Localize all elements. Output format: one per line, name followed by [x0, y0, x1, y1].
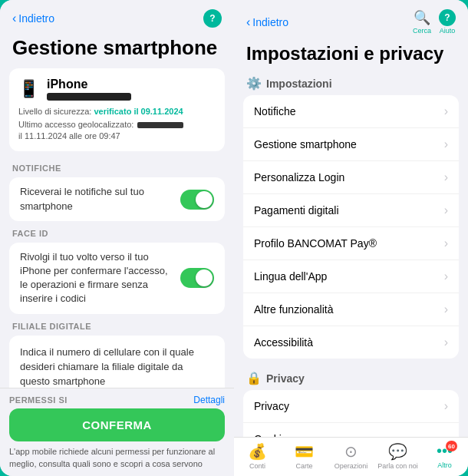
- device-row: 📱 iPhone: [18, 78, 216, 101]
- left-title: Gestione smartphone: [0, 34, 234, 68]
- carte-icon: 💳: [295, 442, 314, 461]
- impostazioni-menu-list: Notifiche › Gestione smartphone › Person…: [243, 95, 459, 359]
- chevron-right-icon: ›: [444, 302, 448, 316]
- tab-parla[interactable]: 💬 Parla con noi: [374, 442, 421, 470]
- menu-item-notifiche[interactable]: Notifiche ›: [243, 95, 459, 128]
- left-header: ‹ Indietro ?: [0, 0, 234, 34]
- device-card: 📱 iPhone Livello di sicurezza: verificat…: [9, 68, 225, 152]
- left-help-icon: ?: [209, 13, 215, 24]
- tab-altro-label: Altro: [437, 461, 452, 469]
- search-label: Cerca: [413, 27, 431, 35]
- right-title: Impostazioni e privacy: [234, 41, 468, 71]
- menu-item-login[interactable]: Personalizza Login ›: [243, 161, 459, 194]
- menu-item-bancomat-label: Profilo BANCOMAT Pay®: [254, 237, 377, 250]
- confirm-button[interactable]: CONFERMA: [9, 408, 225, 441]
- right-header: ‹ Indietro 🔍 Cerca ? Aiuto: [234, 0, 468, 41]
- menu-item-notifiche-label: Notifiche: [254, 105, 295, 117]
- tab-operazioni-label: Operazioni: [335, 462, 368, 470]
- menu-item-cookie[interactable]: Cookie ›: [243, 423, 459, 437]
- notifiche-toggle-row: Riceverai le notifiche sul tuo smartphon…: [9, 177, 225, 220]
- left-help-button[interactable]: ?: [203, 9, 222, 28]
- bottom-bar: PERMESSI SI Dettagli CONFERMA L'app mobi…: [0, 388, 234, 476]
- filiale-desc-row: Indica il numero di cellulare con il qua…: [9, 336, 225, 388]
- dettagli-link[interactable]: Dettagli: [193, 395, 225, 405]
- menu-item-bancomat[interactable]: Profilo BANCOMAT Pay® ›: [243, 227, 459, 260]
- chevron-right-icon: ›: [444, 137, 448, 151]
- notifiche-toggle[interactable]: [180, 190, 214, 210]
- impostazioni-label: Impostazioni: [266, 78, 332, 90]
- menu-item-privacy-label: Privacy: [254, 400, 289, 412]
- right-back-button[interactable]: ‹ Indietro: [246, 15, 288, 29]
- tab-altro[interactable]: ••• 60 Altro: [421, 442, 468, 470]
- permessi-header-row: PERMESSI SI Dettagli: [9, 395, 225, 405]
- device-access: Ultimo accesso geolocalizzato: il 11.11.…: [18, 119, 216, 143]
- faceid-toggle[interactable]: [180, 268, 214, 288]
- device-name: iPhone: [47, 78, 131, 91]
- notifiche-section-header: NOTIFICHE: [9, 164, 225, 173]
- help-button[interactable]: ? Aiuto: [439, 9, 456, 35]
- impostazioni-section: ⚙️ Impostazioni Notifiche › Gestione sma…: [243, 76, 459, 359]
- left-back-label: Indietro: [18, 12, 54, 25]
- right-back-label: Indietro: [252, 16, 288, 28]
- chevron-right-icon: ›: [444, 104, 448, 118]
- privacy-menu-list: Privacy › Cookie ›: [243, 390, 459, 437]
- menu-item-funzionalita[interactable]: Altre funzionalità ›: [243, 293, 459, 326]
- chevron-right-icon: ›: [444, 236, 448, 250]
- search-icon: 🔍: [414, 9, 430, 26]
- operazioni-icon: ⊙: [344, 442, 358, 461]
- privacy-icon: 🔒: [246, 371, 262, 385]
- device-id-bar: [47, 93, 131, 101]
- menu-item-gestione-label: Gestione smartphone: [254, 138, 357, 150]
- device-security: Livello di sicurezza: verificato il 09.1…: [18, 107, 216, 116]
- chevron-left-icon: ‹: [12, 12, 16, 25]
- chevron-right-icon: ›: [444, 336, 448, 349]
- chevron-right-icon: ›: [444, 269, 448, 283]
- privacy-section: 🔒 Privacy Privacy › Cookie ›: [243, 371, 459, 437]
- search-button[interactable]: 🔍 Cerca: [413, 9, 431, 35]
- chevron-right-icon: ›: [444, 399, 448, 413]
- menu-item-lingua[interactable]: Lingua dell'App ›: [243, 260, 459, 293]
- menu-item-accessibilita[interactable]: Accessibilità ›: [243, 326, 459, 359]
- permessi-label: PERMESSI SI: [9, 395, 68, 405]
- right-chevron-left-icon: ‹: [246, 15, 250, 29]
- left-content: 📱 iPhone Livello di sicurezza: verificat…: [0, 68, 234, 388]
- chevron-right-icon: ›: [444, 203, 448, 217]
- menu-item-privacy[interactable]: Privacy ›: [243, 390, 459, 423]
- tab-parla-label: Parla con noi: [377, 462, 418, 470]
- privacy-section-header: 🔒 Privacy: [246, 371, 456, 385]
- tab-carte-label: Carte: [295, 462, 312, 470]
- impostazioni-section-header: ⚙️ Impostazioni: [246, 76, 456, 91]
- menu-item-accessibilita-label: Accessibilità: [254, 336, 313, 349]
- menu-item-funzionalita-label: Altre funzionalità: [254, 303, 334, 316]
- tab-operazioni[interactable]: ⊙ Operazioni: [328, 442, 374, 470]
- left-panel: ‹ Indietro ? Gestione smartphone 📱 iPhon…: [0, 0, 234, 476]
- conti-icon: 💰: [248, 442, 267, 461]
- notifiche-text: Riceverai le notifiche sul tuo smartphon…: [20, 185, 180, 213]
- tab-altro-badge-container: ••• 60: [437, 442, 453, 460]
- faceid-section-header: FACE ID: [9, 229, 225, 238]
- privacy-section-label: Privacy: [266, 372, 305, 385]
- tab-conti-label: Conti: [249, 462, 265, 470]
- help-icon: ?: [439, 9, 456, 26]
- tab-bar: 💰 Conti 💳 Carte ⊙ Operazioni 💬 Parla con…: [234, 437, 468, 476]
- filiale-desc-text: Indica il numero di cellulare con il qua…: [20, 346, 194, 387]
- tab-conti[interactable]: 💰 Conti: [234, 442, 281, 470]
- parla-icon: 💬: [388, 442, 407, 461]
- chevron-right-icon: ›: [444, 170, 448, 184]
- right-content: ⚙️ Impostazioni Notifiche › Gestione sma…: [234, 71, 468, 437]
- badge-count: 60: [446, 441, 457, 451]
- permessi-desc: L'app mobile richiede alcuni permessi pe…: [9, 446, 225, 470]
- tab-carte[interactable]: 💳 Carte: [281, 442, 328, 470]
- settings-icon: ⚙️: [246, 76, 262, 91]
- menu-item-login-label: Personalizza Login: [254, 171, 344, 183]
- left-back-button[interactable]: ‹ Indietro: [12, 12, 54, 25]
- menu-item-lingua-label: Lingua dell'App: [254, 270, 327, 283]
- help-label: Aiuto: [440, 27, 456, 35]
- phone-icon: 📱: [18, 79, 39, 99]
- faceid-toggle-row: Rivolgi il tuo volto verso il tuo iPhone…: [9, 243, 225, 314]
- right-header-icons: 🔍 Cerca ? Aiuto: [413, 9, 456, 35]
- menu-item-pagamenti[interactable]: Pagamenti digitali ›: [243, 194, 459, 227]
- menu-item-gestione[interactable]: Gestione smartphone ›: [243, 128, 459, 161]
- right-panel: ‹ Indietro 🔍 Cerca ? Aiuto Impostazioni …: [234, 0, 468, 476]
- faceid-text: Rivolgi il tuo volto verso il tuo iPhone…: [20, 250, 180, 306]
